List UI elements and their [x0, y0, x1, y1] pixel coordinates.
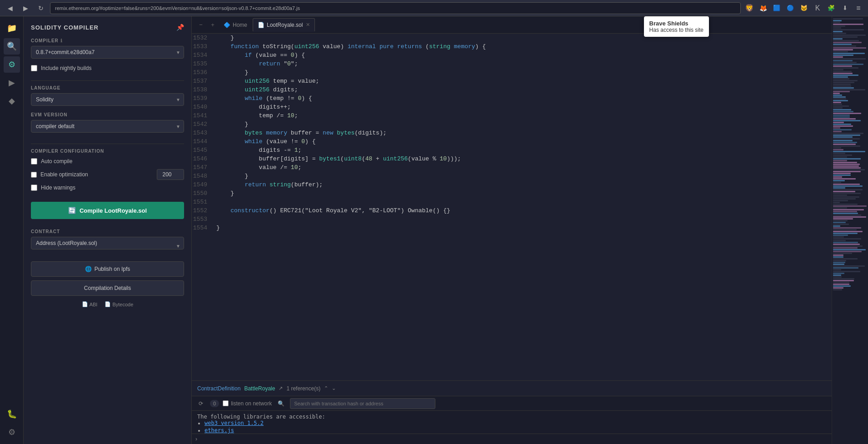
- ext3-btn[interactable]: 🟦: [771, 2, 783, 14]
- address-bar[interactable]: remix.ethereum.org/#optimize=false&runs=…: [50, 2, 741, 14]
- compiler-info-icon[interactable]: ℹ: [60, 38, 63, 43]
- contract-ref-count: 1 reference(s): [286, 385, 320, 392]
- sidebar-icon-plugin[interactable]: ◆: [4, 93, 20, 109]
- auto-compile-checkbox[interactable]: [31, 158, 37, 165]
- compile-button[interactable]: 🔄 Compile LootRoyale.sol: [31, 202, 184, 219]
- compilation-details-button[interactable]: Compilation Details: [31, 280, 184, 296]
- language-select[interactable]: Solidity: [31, 93, 184, 106]
- bytecode-doc-icon: 📄: [105, 301, 111, 307]
- brave-tooltip-subtitle: Has access to this site: [649, 27, 703, 33]
- download-btn[interactable]: ⬇: [839, 2, 851, 14]
- zoom-out-btn[interactable]: −: [195, 20, 206, 30]
- code-content[interactable]: 1532 }1533 function toString(uint256 val…: [192, 34, 832, 380]
- line-code: }: [215, 172, 832, 180]
- hide-warnings-label: Hide warnings: [41, 185, 75, 191]
- search-console-btn[interactable]: 🔍: [275, 398, 286, 409]
- browser-chrome: ◀ ▶ ↻ remix.ethereum.org/#optimize=false…: [0, 0, 868, 16]
- listen-network-label: listen on network: [223, 400, 272, 407]
- line-number: 1553: [192, 215, 215, 224]
- bottom-panel: ContractDefinition BattleRoyale ↗ 1 refe…: [192, 380, 832, 444]
- brave-shield-btn[interactable]: 🦁: [743, 2, 755, 14]
- tab-close-icon[interactable]: ✕: [306, 22, 310, 28]
- sidebar-icon-debug[interactable]: 🐛: [4, 406, 20, 422]
- minimap: [832, 16, 868, 444]
- table-row: 1551: [192, 198, 832, 206]
- line-code: return string(buffer);: [215, 180, 832, 189]
- enable-optimization-checkbox[interactable]: [31, 172, 37, 178]
- hide-warnings-row: Hide warnings: [31, 185, 184, 191]
- table-row: 1544 while (value != 0) {: [192, 137, 832, 146]
- zoom-in-btn[interactable]: +: [207, 20, 218, 30]
- compiler-version-select[interactable]: 0.8.7+commit.e28d00a7: [31, 46, 184, 59]
- enable-optimization-label: Enable optimization: [40, 171, 153, 178]
- line-code: uint256 digits;: [215, 85, 832, 94]
- panel-title: SOLIDITY COMPILER: [31, 24, 99, 31]
- line-number: 1550: [192, 189, 215, 198]
- table-row: 1554}: [192, 224, 832, 232]
- home-tab-label: Home: [233, 22, 247, 28]
- evm-version-select[interactable]: compiler default: [31, 120, 184, 133]
- chevron-down-btn[interactable]: ⌄: [332, 385, 336, 391]
- metamask-btn[interactable]: 🦊: [757, 2, 769, 14]
- table-row: 1540 digits++;: [192, 103, 832, 111]
- search-console-input[interactable]: [290, 398, 435, 409]
- contract-select[interactable]: Address (LootRoyale.sol): [31, 237, 184, 249]
- line-code: digits -= 1;: [215, 146, 832, 155]
- ext6-btn[interactable]: K: [812, 2, 823, 14]
- sidebar-icon-deploy[interactable]: ▶: [4, 75, 20, 91]
- sidebar-icon-search[interactable]: 🔍: [4, 38, 20, 55]
- language-label: LANGUAGE: [31, 85, 184, 90]
- console-count-badge: 0: [210, 400, 219, 407]
- config-section-title: COMPILER CONFIGURATION: [31, 149, 184, 154]
- panel-pin-icon[interactable]: 📌: [176, 24, 184, 31]
- line-number: 1538: [192, 85, 215, 94]
- tab-lootRoyale[interactable]: 📄 LootRoyale.sol ✕: [253, 18, 315, 32]
- brave-tooltip: Brave Shields Has access to this site: [644, 16, 709, 37]
- table-row: 1549 return string(buffer);: [192, 180, 832, 189]
- ext4-btn[interactable]: 🔵: [784, 2, 796, 14]
- contract-ref-link-btn[interactable]: ↗: [279, 385, 283, 391]
- icon-sidebar: 📁 🔍 ⚙ ▶ ◆ 🐛 ⚙: [0, 16, 24, 444]
- line-number: 1544: [192, 137, 215, 146]
- sidebar-icon-settings[interactable]: ⚙: [4, 424, 20, 440]
- file-tab-icon: 📄: [258, 22, 264, 28]
- table-row: 1547 value /= 10;: [192, 163, 832, 172]
- publish-label: Publish on Ipfs: [95, 266, 130, 272]
- table-row: 1550 }: [192, 189, 832, 198]
- console-input-field[interactable]: [200, 436, 828, 442]
- contract-section: CONTRACT Address (LootRoyale.sol) 🌐 Publ…: [31, 229, 184, 307]
- include-nightly-checkbox[interactable]: [31, 65, 37, 71]
- sidebar-icon-files[interactable]: 📁: [4, 20, 20, 36]
- chevron-up-btn[interactable]: ⌃: [324, 385, 328, 391]
- contract-label: CONTRACT: [31, 229, 184, 234]
- forward-button[interactable]: ▶: [19, 2, 32, 15]
- console-link-ethers[interactable]: ethers.js: [205, 427, 234, 434]
- line-number: 1542: [192, 120, 215, 129]
- menu-btn[interactable]: ≡: [853, 2, 864, 14]
- table-row: 1541 temp /= 10;: [192, 111, 832, 120]
- listen-network-checkbox[interactable]: [223, 400, 229, 406]
- hide-warnings-checkbox[interactable]: [31, 185, 37, 191]
- line-code: uint256 temp = value;: [215, 77, 832, 85]
- optimization-runs-input[interactable]: [157, 169, 184, 180]
- line-number: 1535: [192, 60, 215, 68]
- contract-def-name: BattleRoyale: [244, 385, 275, 392]
- auto-compile-label: Auto compile: [41, 158, 72, 165]
- line-number: 1540: [192, 103, 215, 111]
- line-number: 1536: [192, 68, 215, 77]
- puzzle-btn[interactable]: 🧩: [825, 2, 837, 14]
- tab-home[interactable]: 🔷 Home: [219, 18, 252, 32]
- bytecode-link[interactable]: 📄 Bytecode: [105, 301, 133, 307]
- line-code: while (value != 0) {: [215, 137, 832, 146]
- table-row: 1538 uint256 digits;: [192, 85, 832, 94]
- back-button[interactable]: ◀: [4, 2, 16, 15]
- abi-doc-icon: 📄: [82, 301, 88, 307]
- sidebar-icon-compiler[interactable]: ⚙: [4, 56, 20, 73]
- publish-ipfs-button[interactable]: 🌐 Publish on Ipfs: [31, 261, 184, 277]
- console-link-web3[interactable]: web3 version 1.5.2: [205, 420, 264, 426]
- refresh-button[interactable]: ↻: [35, 2, 47, 15]
- line-code: }: [215, 189, 832, 198]
- abi-link[interactable]: 📄 ABI: [82, 301, 98, 307]
- ext5-btn[interactable]: 🐱: [798, 2, 810, 14]
- console-clear-btn[interactable]: ⟳: [195, 398, 206, 409]
